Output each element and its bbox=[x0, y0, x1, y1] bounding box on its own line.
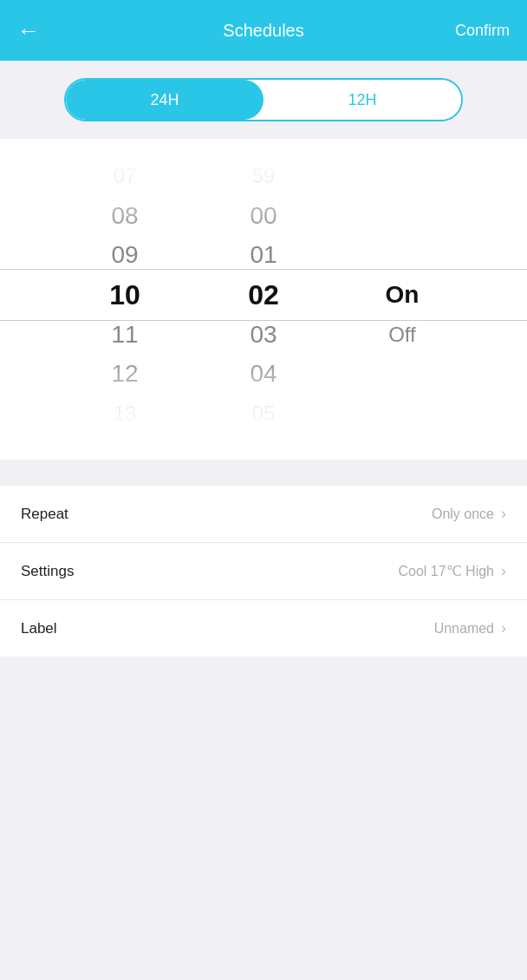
onoff-item[interactable] bbox=[333, 196, 472, 236]
back-button[interactable]: ← bbox=[17, 19, 40, 42]
chevron-right-icon: › bbox=[501, 619, 506, 637]
chevron-right-icon: › bbox=[501, 505, 506, 523]
minute-item[interactable]: 59 bbox=[194, 156, 333, 196]
onoff-item[interactable]: On bbox=[333, 275, 472, 315]
settings-value-group: Unnamed› bbox=[434, 619, 506, 637]
chevron-right-icon: › bbox=[501, 562, 506, 580]
settings-row-value: Cool 17℃ High bbox=[399, 563, 495, 579]
settings-row[interactable]: SettingsCool 17℃ High› bbox=[0, 543, 527, 600]
section-divider bbox=[0, 460, 527, 486]
settings-row[interactable]: RepeatOnly once› bbox=[0, 486, 527, 543]
onoff-item[interactable] bbox=[333, 235, 472, 275]
hour-item[interactable]: 12 bbox=[55, 355, 194, 395]
settings-row-label: Repeat bbox=[21, 506, 68, 523]
hour-item[interactable]: 11 bbox=[55, 315, 194, 355]
time-picker-section: 07080910111213 59000102030405 OnOff bbox=[0, 139, 527, 460]
settings-value-group: Cool 17℃ High› bbox=[399, 562, 507, 580]
toggle-24h-button[interactable]: 24H bbox=[66, 80, 264, 120]
bottom-spacer bbox=[0, 657, 527, 761]
hour-item[interactable]: 07 bbox=[55, 156, 194, 196]
hour-item[interactable]: 13 bbox=[55, 394, 194, 434]
settings-row-value: Unnamed bbox=[434, 621, 494, 637]
onoff-item[interactable] bbox=[333, 156, 472, 196]
picker-columns[interactable]: 07080910111213 59000102030405 OnOff bbox=[0, 156, 527, 434]
settings-value-group: Only once› bbox=[432, 505, 506, 523]
minute-item[interactable]: 03 bbox=[194, 315, 333, 355]
onoff-column[interactable]: OnOff bbox=[333, 156, 472, 434]
hour-item[interactable]: 09 bbox=[55, 235, 194, 275]
time-format-toggle-section: 24H 12H bbox=[0, 61, 527, 139]
settings-row[interactable]: LabelUnnamed› bbox=[0, 600, 527, 657]
settings-row-value: Only once bbox=[432, 506, 494, 522]
toggle-12h-button[interactable]: 12H bbox=[264, 80, 461, 120]
picker-wrapper: 07080910111213 59000102030405 OnOff bbox=[0, 156, 527, 434]
settings-row-label: Settings bbox=[21, 563, 74, 580]
time-format-toggle[interactable]: 24H 12H bbox=[64, 78, 463, 121]
minutes-column[interactable]: 59000102030405 bbox=[194, 156, 333, 434]
confirm-button[interactable]: Confirm bbox=[455, 22, 510, 40]
onoff-item[interactable]: Off bbox=[333, 315, 472, 355]
onoff-item[interactable] bbox=[333, 355, 472, 395]
hour-item[interactable]: 10 bbox=[55, 275, 194, 315]
minute-item[interactable]: 04 bbox=[194, 355, 333, 395]
minute-item[interactable]: 00 bbox=[194, 196, 333, 236]
onoff-item[interactable] bbox=[333, 394, 472, 434]
hours-column[interactable]: 07080910111213 bbox=[55, 156, 194, 434]
header: ← Schedules Confirm bbox=[0, 0, 527, 61]
minute-item[interactable]: 05 bbox=[194, 394, 333, 434]
settings-row-label: Label bbox=[21, 620, 57, 637]
settings-section: RepeatOnly once›SettingsCool 17℃ High›La… bbox=[0, 486, 527, 657]
page-title: Schedules bbox=[223, 21, 303, 41]
minute-item[interactable]: 02 bbox=[194, 275, 333, 315]
hour-item[interactable]: 08 bbox=[55, 196, 194, 236]
minute-item[interactable]: 01 bbox=[194, 235, 333, 275]
